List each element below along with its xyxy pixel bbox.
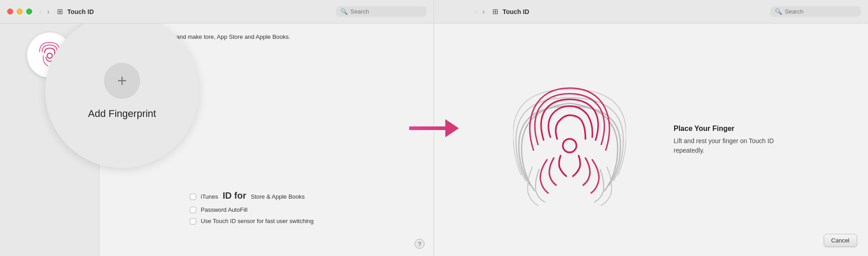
right-window-title: Touch ID xyxy=(503,8,770,15)
svg-point-0 xyxy=(47,53,52,58)
fullscreen-button[interactable] xyxy=(26,9,32,14)
checkbox-itunes[interactable] xyxy=(190,194,196,200)
search-icon: 🔍 xyxy=(340,8,348,15)
traffic-lights xyxy=(7,9,32,14)
arrow-shape xyxy=(409,119,459,137)
checkbox-switching-label: Use Touch ID sensor for fast user switch… xyxy=(201,218,314,224)
nav-arrows: ‹ › xyxy=(38,7,52,17)
plus-circle: + xyxy=(104,63,140,99)
checkboxes-section: iTunes ID for Store & Apple Books Passwo… xyxy=(190,191,425,229)
transition-arrow xyxy=(409,119,459,137)
right-forward-button[interactable]: › xyxy=(481,7,486,17)
right-window: ‹ › ⊞ Touch ID 🔍 xyxy=(434,0,868,256)
checkbox-itunes-store: Store & Apple Books xyxy=(251,193,305,200)
help-icon: ? xyxy=(418,241,421,247)
close-button[interactable] xyxy=(7,9,13,14)
minimize-button[interactable] xyxy=(17,9,23,14)
left-titlebar: ‹ › ⊞ Touch ID 🔍 xyxy=(0,0,434,23)
checkbox-row-switching: Use Touch ID sensor for fast user switch… xyxy=(190,218,425,224)
place-finger-title: Place Your Finger xyxy=(674,125,800,133)
left-search-input[interactable] xyxy=(350,8,414,15)
right-grid-icon: ⊞ xyxy=(492,7,498,16)
checkbox-itunes-label: iTunes xyxy=(201,193,218,200)
checkbox-autofill[interactable] xyxy=(190,207,196,213)
right-titlebar: ‹ › ⊞ Touch ID 🔍 xyxy=(434,0,868,23)
place-finger-info: Place Your Finger Lift and rest your fin… xyxy=(674,125,800,155)
arrow-head xyxy=(445,119,459,137)
fingerprint-large-svg xyxy=(513,72,626,208)
arrow-line xyxy=(409,126,445,130)
left-main-content: rprint to unlock your Mac and make tore,… xyxy=(99,23,434,256)
checkbox-row-itunes: iTunes ID for Store & Apple Books xyxy=(190,191,425,202)
checkbox-autofill-label: Password AutoFill xyxy=(201,206,247,213)
grid-icon: ⊞ xyxy=(57,7,63,16)
checkbox-itunes-label-cont: ID for xyxy=(223,191,246,201)
right-search-icon: 🔍 xyxy=(775,8,782,15)
left-search-bar[interactable]: 🔍 xyxy=(336,6,426,17)
back-button[interactable]: ‹ xyxy=(38,7,43,17)
cancel-button[interactable]: Cancel xyxy=(824,234,857,247)
add-fingerprint-label: Add Fingerprint xyxy=(88,108,156,120)
forward-button[interactable]: › xyxy=(45,7,51,17)
svg-point-1 xyxy=(563,139,576,152)
right-nav-arrows: ‹ › xyxy=(473,7,487,17)
right-back-button[interactable]: ‹ xyxy=(473,7,479,17)
checkbox-row-autofill: Password AutoFill xyxy=(190,206,425,213)
add-fingerprint-overlay[interactable]: + Add Fingerprint xyxy=(45,23,199,168)
left-content-area: rprint to unlock your Mac and make tore,… xyxy=(0,23,434,256)
checkbox-switching[interactable] xyxy=(190,218,196,224)
plus-icon: + xyxy=(117,73,127,89)
left-window: ‹ › ⊞ Touch ID 🔍 xyxy=(0,0,434,256)
right-main-content: Place Your Finger Lift and rest your fin… xyxy=(434,23,868,256)
fingerprint-display xyxy=(502,63,637,217)
help-button[interactable]: ? xyxy=(415,239,425,249)
right-search-input[interactable] xyxy=(785,8,848,15)
right-search-bar[interactable]: 🔍 xyxy=(770,6,861,17)
left-window-title: Touch ID xyxy=(67,8,336,15)
place-finger-desc: Lift and rest your finger on Touch ID re… xyxy=(674,136,800,155)
